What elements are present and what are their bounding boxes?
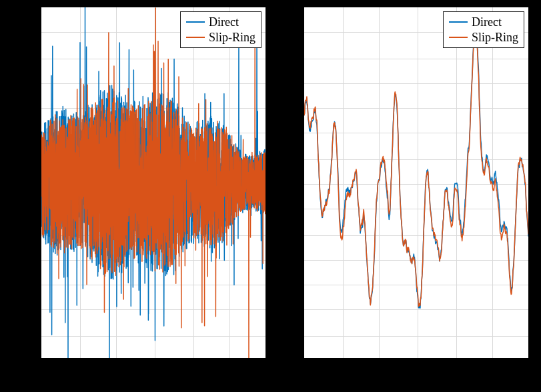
legend-swatch-direct [449, 21, 468, 23]
legend-left: Direct Slip-Ring [180, 11, 261, 48]
line-series-left [41, 7, 265, 358]
plot-area-left: Direct Slip-Ring [40, 6, 267, 359]
legend-swatch-direct [186, 21, 205, 23]
line-series-right [304, 7, 528, 358]
legend-label-slipring: Slip-Ring [209, 30, 255, 45]
legend-label-slipring: Slip-Ring [472, 30, 518, 45]
chart-left: Direct Slip-Ring [40, 6, 267, 359]
legend-entry-direct: Direct [186, 15, 255, 30]
plot-area-right: Direct Slip-Ring [303, 6, 530, 359]
legend-entry-slipring: Slip-Ring [186, 30, 255, 45]
legend-swatch-slipring [186, 37, 205, 38]
chart-right: Direct Slip-Ring [303, 6, 530, 359]
legend-right: Direct Slip-Ring [443, 11, 524, 48]
legend-swatch-slipring [449, 37, 468, 38]
legend-entry-slipring: Slip-Ring [449, 30, 518, 45]
legend-entry-direct: Direct [449, 15, 518, 30]
legend-label-direct: Direct [472, 15, 502, 30]
legend-label-direct: Direct [209, 15, 239, 30]
